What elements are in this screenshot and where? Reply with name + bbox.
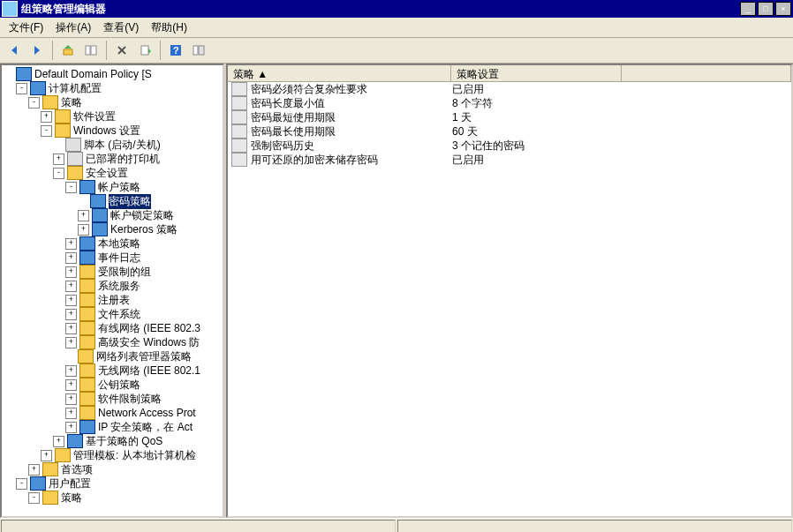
expand-toggle[interactable]: -: [16, 478, 27, 490]
expand-toggle[interactable]: +: [78, 224, 89, 236]
column-header-policy[interactable]: 策略 ▲: [228, 65, 451, 81]
tree-node[interactable]: -策略: [4, 95, 221, 109]
expand-toggle[interactable]: -: [28, 97, 40, 109]
properties-button[interactable]: [188, 40, 209, 61]
script-icon: [65, 138, 81, 152]
list-row[interactable]: 强制密码历史3 个记住的密码: [228, 139, 791, 153]
expand-toggle[interactable]: +: [65, 266, 77, 278]
tree-pane[interactable]: Default Domain Policy [S-计算机配置-策略+软件设置-W…: [0, 64, 224, 518]
expand-toggle[interactable]: +: [65, 393, 77, 405]
tree-node[interactable]: +管理模板: 从本地计算机检: [4, 448, 221, 462]
menu-action[interactable]: 操作(A): [50, 19, 96, 37]
tree-node[interactable]: -用户配置: [4, 476, 221, 491]
tree-node-label: 软件限制策略: [98, 392, 162, 407]
tree-node[interactable]: +有线网络 (IEEE 802.3: [4, 321, 221, 335]
menu-help[interactable]: 帮助(H): [146, 19, 193, 37]
tree-node[interactable]: +受限制的组: [4, 265, 221, 279]
list-body[interactable]: 密码必须符合复杂性要求已启用密码长度最小值8 个字符密码最短使用期限1 天密码最…: [228, 82, 791, 516]
folder-icon: [79, 293, 95, 307]
config-icon: [92, 208, 108, 222]
delete-button[interactable]: [111, 40, 132, 61]
list-row[interactable]: 密码最长使用期限60 天: [228, 124, 791, 139]
tree-node[interactable]: +无线网络 (IEEE 802.1: [4, 363, 221, 378]
folder-icon: [79, 363, 95, 378]
expand-toggle[interactable]: +: [65, 422, 77, 433]
menu-view[interactable]: 查看(V): [98, 19, 144, 37]
tree-node[interactable]: -帐户策略: [4, 180, 221, 194]
maximize-button[interactable]: □: [758, 2, 774, 16]
tree-node-label: 事件日志: [98, 251, 140, 266]
expand-toggle[interactable]: +: [65, 323, 77, 334]
expand-toggle[interactable]: -: [28, 492, 40, 504]
expand-toggle[interactable]: +: [53, 436, 64, 447]
expand-toggle[interactable]: +: [65, 295, 77, 306]
expand-toggle[interactable]: +: [65, 252, 77, 264]
svg-marker-9: [148, 49, 151, 54]
tree-node[interactable]: +注册表: [4, 293, 221, 307]
forward-button[interactable]: [26, 40, 48, 61]
expand-toggle[interactable]: +: [53, 154, 64, 165]
tree-node[interactable]: 网络列表管理器策略: [4, 349, 221, 363]
column-header-setting[interactable]: 策略设置: [451, 65, 622, 81]
policy-name: 强制密码历史: [251, 139, 314, 154]
tree-node[interactable]: +本地策略: [4, 236, 221, 251]
expand-toggle[interactable]: +: [65, 408, 77, 419]
list-row[interactable]: 用可还原的加密来储存密码已启用: [228, 153, 791, 167]
expand-toggle[interactable]: +: [65, 379, 77, 391]
tree-node[interactable]: +高级安全 Windows 防: [4, 335, 221, 349]
config-icon: [90, 194, 106, 208]
show-hide-console-button[interactable]: [80, 40, 102, 61]
tree-node[interactable]: +事件日志: [4, 251, 221, 265]
expand-toggle[interactable]: -: [41, 125, 52, 137]
folder-icon: [79, 279, 95, 293]
close-button[interactable]: ×: [775, 2, 791, 16]
tree-node-label: 策略: [61, 491, 82, 506]
tree-node-label: 本地策略: [98, 236, 140, 251]
list-row[interactable]: 密码必须符合复杂性要求已启用: [228, 82, 791, 96]
expand-toggle[interactable]: +: [65, 309, 77, 320]
tree-node[interactable]: -计算机配置: [4, 81, 221, 95]
tree-node[interactable]: -策略: [4, 491, 221, 505]
up-button[interactable]: [57, 40, 79, 61]
back-button[interactable]: [4, 40, 25, 61]
list-row[interactable]: 密码最短使用期限1 天: [228, 110, 791, 124]
tree-node[interactable]: +已部署的打印机: [4, 152, 221, 166]
tree-node[interactable]: +首选项: [4, 462, 221, 476]
tree-node[interactable]: +软件设置: [4, 109, 221, 124]
tree-node[interactable]: +Kerberos 策略: [4, 222, 221, 236]
expand-toggle[interactable]: -: [53, 168, 64, 179]
expand-toggle[interactable]: -: [16, 83, 27, 94]
expand-toggle[interactable]: +: [78, 210, 89, 221]
tree-node[interactable]: +Network Access Prot: [4, 406, 221, 420]
expand-toggle[interactable]: +: [65, 238, 77, 250]
minimize-button[interactable]: _: [740, 2, 756, 16]
folder-icon: [79, 265, 95, 279]
tree-node[interactable]: +IP 安全策略，在 Act: [4, 420, 221, 434]
tree-node[interactable]: +文件系统: [4, 307, 221, 321]
tree-node[interactable]: +基于策略的 QoS: [4, 434, 221, 448]
tree-node[interactable]: +帐户锁定策略: [4, 208, 221, 222]
tree-node[interactable]: +系统服务: [4, 279, 221, 293]
expand-toggle[interactable]: +: [28, 464, 40, 476]
policy-icon: [231, 96, 247, 110]
tree-node[interactable]: +软件限制策略: [4, 392, 221, 406]
expand-toggle[interactable]: +: [41, 111, 52, 123]
tree-node[interactable]: Default Domain Policy [S: [4, 67, 221, 81]
expand-toggle[interactable]: +: [65, 281, 77, 292]
list-row[interactable]: 密码长度最小值8 个字符: [228, 96, 791, 110]
expand-toggle[interactable]: -: [65, 182, 77, 193]
tree-node-label: 软件设置: [73, 109, 116, 124]
expand-toggle[interactable]: +: [65, 337, 77, 348]
config-icon: [92, 222, 108, 236]
tree-node[interactable]: 脚本 (启动/关机): [4, 138, 221, 152]
menu-file[interactable]: 文件(F): [4, 19, 49, 37]
expand-toggle[interactable]: +: [65, 365, 77, 377]
export-button[interactable]: [134, 40, 155, 61]
tree-node[interactable]: -安全设置: [4, 166, 221, 180]
tree-node[interactable]: -Windows 设置: [4, 124, 221, 138]
tree-node[interactable]: +公钥策略: [4, 378, 221, 392]
tree-node[interactable]: 密码策略: [4, 194, 221, 208]
help-button[interactable]: ?: [165, 40, 186, 61]
config-icon: [79, 251, 95, 265]
expand-toggle[interactable]: +: [41, 450, 52, 461]
